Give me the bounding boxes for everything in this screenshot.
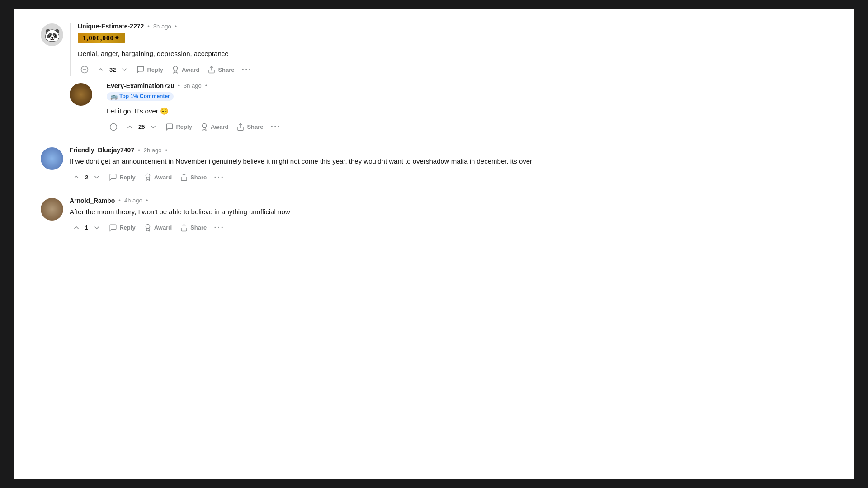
top-commenter-icon: 🚌 — [110, 93, 118, 100]
top-commenter-text: Top 1% Commenter — [119, 93, 170, 99]
avatar — [41, 198, 63, 221]
downvote-icon — [93, 224, 101, 232]
award-label: Award — [154, 224, 172, 231]
vote-count: 25 — [138, 123, 145, 130]
collapse-button[interactable] — [78, 64, 91, 75]
vote-area: 32 — [94, 64, 131, 75]
avatar — [70, 83, 92, 106]
share-button[interactable]: Share — [205, 64, 237, 75]
svg-point-10 — [146, 224, 150, 228]
more-button[interactable]: ··· — [269, 121, 283, 133]
award-icon — [144, 173, 152, 181]
award-icon — [200, 123, 208, 131]
comment-item: Friendly_Bluejay7407 • 2h ago • If we do… — [41, 146, 827, 183]
share-button[interactable]: Share — [234, 121, 266, 133]
comment-username[interactable]: Every-Examination720 — [107, 82, 174, 89]
comment-body: Every-Examination720 • 3h ago • 🚌 Top 1%… — [99, 82, 827, 133]
upvote-icon — [72, 173, 80, 181]
comment-time: 2h ago — [144, 147, 162, 154]
avatar: 🐼 — [41, 23, 63, 46]
share-icon — [236, 123, 245, 131]
share-label: Share — [190, 224, 207, 231]
comment-body: Unique-Estimate-2272 • 3h ago • 1,000,00… — [70, 23, 827, 76]
vote-count: 32 — [109, 66, 116, 73]
comments-page: 🐼 Unique-Estimate-2272 • 3h ago • 1,000,… — [14, 9, 854, 479]
svg-point-2 — [173, 66, 177, 70]
comment-item: Arnold_Rambo • 4h ago • After the moon t… — [41, 197, 827, 234]
comment-time: 3h ago — [153, 23, 171, 30]
award-button[interactable]: Award — [169, 64, 203, 75]
share-icon — [208, 66, 216, 74]
upvote-icon — [97, 66, 105, 74]
reply-icon — [137, 66, 145, 74]
reply-icon — [109, 173, 117, 181]
award-icon — [171, 66, 179, 74]
collapse-icon — [109, 123, 118, 131]
comment-actions: 2 Reply Award Shar — [70, 171, 827, 183]
comment-body: Arnold_Rambo • 4h ago • After the moon t… — [70, 197, 827, 234]
more-button[interactable]: ··· — [212, 221, 226, 234]
reply-button[interactable]: Reply — [106, 171, 138, 183]
more-button[interactable]: ··· — [240, 64, 254, 76]
svg-point-6 — [202, 123, 206, 127]
collapse-icon — [80, 66, 89, 74]
upvote-button[interactable] — [70, 222, 83, 234]
reply-icon — [109, 224, 117, 232]
upvote-button[interactable] — [123, 121, 137, 133]
comment-header: Friendly_Bluejay7407 • 2h ago • — [70, 146, 827, 154]
downvote-icon — [120, 66, 128, 74]
share-button[interactable]: Share — [177, 171, 209, 183]
vote-count: 2 — [85, 174, 88, 181]
comment-body: Friendly_Bluejay7407 • 2h ago • If we do… — [70, 146, 827, 183]
more-button[interactable]: ··· — [212, 171, 226, 183]
reply-label: Reply — [176, 123, 192, 130]
comment-actions: 32 Reply Award Sha — [78, 64, 827, 76]
share-button[interactable]: Share — [177, 222, 209, 234]
comment-username[interactable]: Arnold_Rambo — [70, 197, 115, 204]
reply-icon — [165, 123, 174, 131]
award-button[interactable]: Award — [141, 222, 175, 234]
upvote-button[interactable] — [94, 64, 108, 75]
comment-header: Arnold_Rambo • 4h ago • — [70, 197, 827, 204]
downvote-icon — [93, 173, 101, 181]
reply-button[interactable]: Reply — [163, 121, 194, 133]
comment-actions: 1 Reply Award Shar — [70, 221, 827, 234]
comment-item: Every-Examination720 • 3h ago • 🚌 Top 1%… — [70, 82, 827, 133]
comment-text: Denial, anger, bargaining, depression, a… — [78, 49, 827, 59]
downvote-button[interactable] — [146, 121, 160, 133]
comment-time: 4h ago — [124, 197, 142, 204]
share-icon — [180, 173, 188, 181]
comment-actions: 25 Reply Award Sha — [107, 121, 827, 133]
reply-button[interactable]: Reply — [106, 222, 138, 234]
comment-header: Unique-Estimate-2272 • 3h ago • — [78, 23, 827, 30]
comment-list: 🐼 Unique-Estimate-2272 • 3h ago • 1,000,… — [41, 23, 827, 238]
award-button[interactable]: Award — [141, 171, 175, 183]
avatar — [41, 147, 63, 170]
comment-text: If we dont get an announcement in Novemb… — [70, 156, 827, 167]
comment-username[interactable]: Friendly_Bluejay7407 — [70, 146, 134, 154]
comment-username[interactable]: Unique-Estimate-2272 — [78, 23, 144, 30]
share-label: Share — [218, 66, 234, 73]
award-label: Award — [154, 174, 172, 181]
vote-area: 1 — [70, 222, 104, 234]
award-button[interactable]: Award — [198, 121, 231, 133]
reply-label: Reply — [119, 174, 135, 181]
vote-area: 2 — [70, 171, 104, 183]
vote-area: 25 — [123, 121, 160, 133]
downvote-button[interactable] — [118, 64, 131, 75]
downvote-button[interactable] — [90, 222, 104, 234]
reply-label: Reply — [119, 224, 135, 231]
reply-button[interactable]: Reply — [134, 64, 165, 75]
share-label: Share — [247, 123, 263, 130]
svg-point-8 — [146, 174, 150, 178]
upvote-icon — [126, 123, 134, 131]
award-icon — [144, 224, 152, 232]
downvote-button[interactable] — [90, 171, 104, 183]
karma-badge: 1,000,000✦ — [78, 33, 125, 43]
downvote-icon — [149, 123, 157, 131]
comment-time: 3h ago — [184, 82, 202, 89]
comment-header: Every-Examination720 • 3h ago • — [107, 82, 827, 89]
collapse-button[interactable] — [107, 121, 120, 133]
upvote-button[interactable] — [70, 171, 83, 183]
comment-item: 🐼 Unique-Estimate-2272 • 3h ago • 1,000,… — [41, 23, 827, 76]
